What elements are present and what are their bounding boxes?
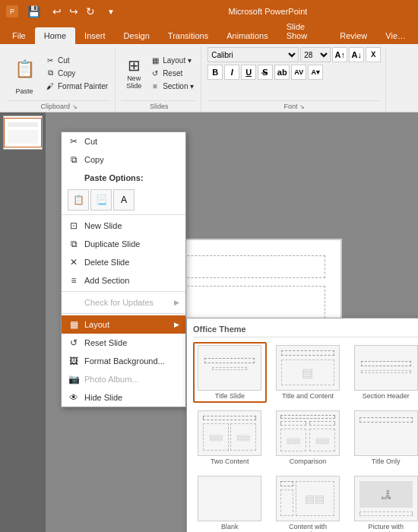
ctx-sep-1: [62, 214, 185, 215]
tab-view[interactable]: Vie…: [376, 27, 415, 44]
decrease-font-button[interactable]: A↓: [349, 47, 364, 62]
undo-button[interactable]: ↩: [49, 4, 65, 19]
layout-picture-caption-thumb: 🏞: [354, 476, 418, 521]
copy-button[interactable]: ⧉ Copy: [43, 67, 110, 79]
font-size-select[interactable]: 28: [300, 47, 331, 62]
ctx-cut[interactable]: ✂ Cut: [62, 132, 185, 150]
context-menu: ✂ Cut ⧉ Copy Paste Options: 📋 📃 A ⊡ New …: [61, 131, 186, 407]
layout-icon: ▦: [150, 55, 160, 65]
slides-group: ⊞ NewSlide ▦ Layout ▾ ↺ Reset ≡ Section …: [117, 47, 201, 112]
layout-two-content-label: Two Content: [211, 458, 249, 465]
layout-submenu: Office Theme Title Slide ▤ Title and Co: [186, 318, 418, 532]
underline-button[interactable]: U: [241, 65, 256, 80]
ctx-photo-icon: 📷: [68, 373, 80, 385]
layout-picture-caption-label: Picture withCaption: [368, 523, 404, 532]
layout-title-content-label: Title and Content: [282, 392, 334, 400]
font-name-select[interactable]: Calibri: [207, 47, 299, 62]
paste-option-2[interactable]: 📃: [90, 189, 112, 211]
layout-blank-thumb: [198, 476, 261, 521]
layout-content-caption-thumb: ▤▤: [276, 476, 340, 521]
app-title: Microsoft PowerPoint: [228, 7, 307, 16]
paste-option-3[interactable]: A: [113, 189, 135, 211]
ctx-sep-3: [62, 313, 185, 314]
char-spacing-button[interactable]: AV: [291, 65, 306, 80]
section-button[interactable]: ≡ Section ▾: [147, 80, 196, 92]
layout-comparison[interactable]: ▤▤ ▤▤ Comparison: [271, 407, 345, 468]
ctx-sep-2: [62, 291, 185, 292]
italic-button[interactable]: I: [224, 65, 239, 80]
layout-title-slide-label: Title Slide: [215, 392, 245, 400]
layout-blank-label: Blank: [221, 523, 239, 530]
ctx-layout[interactable]: ▦ Layout ▶: [62, 315, 185, 334]
layout-title-only[interactable]: Title Only: [349, 407, 418, 468]
ctx-new-slide[interactable]: ⊡ New Slide: [62, 217, 185, 235]
tab-transitions[interactable]: Transitions: [159, 27, 217, 44]
ctx-section-icon: ≡: [68, 274, 80, 287]
ctx-hide-slide[interactable]: 👁 Hide Slide: [62, 388, 185, 407]
tab-design[interactable]: Design: [115, 27, 159, 44]
increase-font-button[interactable]: A↑: [332, 47, 347, 62]
ctx-delete-icon: ✕: [68, 256, 80, 268]
layout-two-content-thumb: ▤▤ ▤▤: [198, 410, 261, 456]
clear-format-button[interactable]: Ⅹ: [366, 47, 381, 62]
tab-home[interactable]: Home: [35, 27, 75, 44]
copy-icon: ⧉: [45, 68, 55, 78]
ctx-paste-options: 📋 📃 A: [62, 187, 185, 213]
layout-title-only-thumb: [354, 410, 418, 456]
layout-section-header-label: Section Header: [363, 392, 410, 400]
layout-title-content[interactable]: ▤ Title and Content: [271, 342, 345, 403]
tab-review[interactable]: Review: [331, 27, 376, 44]
layout-title-slide[interactable]: Title Slide: [193, 342, 267, 403]
paste-option-1[interactable]: 📋: [68, 189, 89, 211]
ctx-cut-icon: ✂: [68, 135, 80, 147]
layout-content-caption[interactable]: ▤▤ Content withCaption: [271, 473, 345, 532]
format-painter-button[interactable]: 🖌 Format Painter: [43, 80, 110, 92]
layout-title-content-thumb: ▤: [276, 345, 340, 391]
tab-animations[interactable]: Animations: [217, 27, 277, 44]
redo-button[interactable]: ↪: [66, 4, 81, 19]
ctx-reset-slide[interactable]: ↺ Reset Slide: [62, 334, 185, 352]
reset-button[interactable]: ↺ Reset: [147, 67, 196, 79]
ctx-copy-icon: ⧉: [68, 154, 80, 166]
bold-button[interactable]: B: [207, 65, 223, 80]
new-slide-button[interactable]: ⊞ NewSlide: [122, 55, 146, 91]
ctx-copy[interactable]: ⧉ Copy: [62, 150, 185, 169]
ctx-background-icon: 🖼: [68, 355, 80, 367]
ctx-paste-label: Paste Options:: [62, 169, 185, 187]
slides-label: Slides: [122, 100, 196, 112]
app-icon: P: [6, 5, 18, 17]
ctx-photo-album: 📷 Photo Album...: [62, 370, 185, 388]
layout-title-slide-thumb: [198, 345, 261, 391]
layout-title-only-label: Title Only: [372, 458, 401, 465]
strikethrough-button[interactable]: S̶: [258, 65, 273, 80]
slide-thumbnail-1[interactable]: 1: [3, 116, 43, 150]
slide-area: 1 ✂ Cut ⧉ Copy Paste Options: 📋 📃: [0, 112, 418, 532]
ctx-add-section[interactable]: ≡ Add Section: [62, 271, 185, 290]
customize-btn[interactable]: ▼: [104, 6, 118, 17]
ribbon: 📋 Paste ✂ Cut ⧉ Copy 🖌 Format Painter Cl…: [0, 44, 418, 112]
cut-button[interactable]: ✂ Cut: [43, 54, 110, 66]
repeat-button[interactable]: ↻: [83, 4, 98, 19]
ctx-format-background[interactable]: 🖼 Format Background...: [62, 352, 185, 370]
layout-picture-caption[interactable]: 🏞 Picture withCaption: [349, 473, 418, 532]
tab-file[interactable]: File: [3, 27, 35, 44]
ctx-layout-icon: ▦: [68, 318, 80, 331]
layout-two-content[interactable]: ▤▤ ▤▤ Two Content: [193, 407, 267, 468]
shadow-button[interactable]: ab: [274, 65, 290, 80]
ctx-updates-icon: [68, 296, 80, 309]
reset-icon: ↺: [150, 68, 160, 78]
font-group: Calibri 28 A↑ A↓ Ⅹ B I U S̶ ab AV A▾ Fon…: [203, 47, 386, 112]
tab-insert[interactable]: Insert: [75, 27, 115, 44]
paste-button[interactable]: 📋 Paste: [8, 49, 41, 97]
ctx-duplicate-icon: ⧉: [68, 238, 80, 250]
layout-section-header[interactable]: Section Header: [349, 342, 418, 403]
font-color-button[interactable]: A▾: [308, 65, 323, 80]
layout-blank[interactable]: Blank: [193, 473, 267, 532]
cut-icon: ✂: [45, 55, 55, 65]
layout-button[interactable]: ▦ Layout ▾: [147, 54, 196, 66]
tab-slideshow[interactable]: Slide Show: [277, 18, 331, 44]
ctx-delete-slide[interactable]: ✕ Delete Slide: [62, 253, 185, 271]
layout-comparison-label: Comparison: [290, 458, 327, 465]
save-button[interactable]: 💾: [24, 4, 43, 19]
ctx-duplicate-slide[interactable]: ⧉ Duplicate Slide: [62, 235, 185, 253]
